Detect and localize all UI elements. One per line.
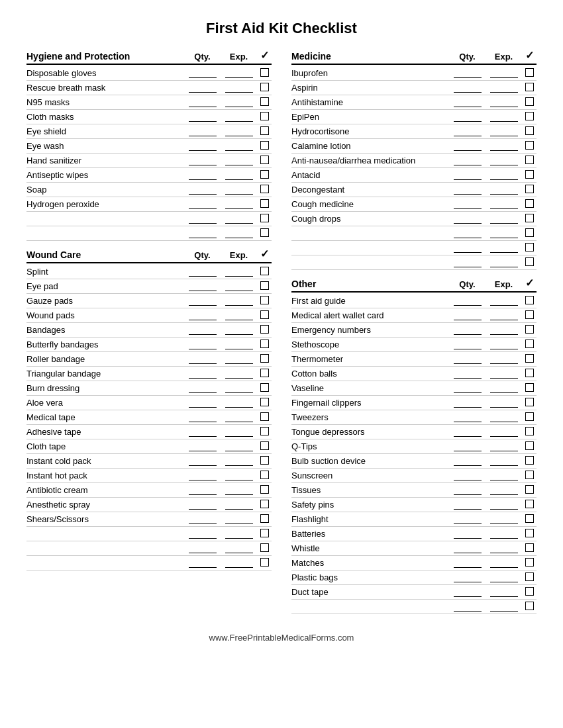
check-cell[interactable] xyxy=(257,199,272,210)
checkbox[interactable] xyxy=(525,310,534,319)
checkbox[interactable] xyxy=(525,456,534,465)
checkbox[interactable] xyxy=(260,325,269,334)
check-cell[interactable] xyxy=(257,267,272,277)
checkbox[interactable] xyxy=(525,427,534,435)
checkbox[interactable] xyxy=(525,141,534,150)
checkbox[interactable] xyxy=(525,83,534,91)
check-cell[interactable] xyxy=(257,456,272,467)
checkbox[interactable] xyxy=(525,126,534,135)
check-cell[interactable] xyxy=(522,243,537,253)
check-cell[interactable] xyxy=(257,369,272,379)
check-cell[interactable] xyxy=(522,500,537,510)
checkbox[interactable] xyxy=(260,398,269,406)
check-cell[interactable] xyxy=(257,310,272,321)
checkbox[interactable] xyxy=(525,602,534,610)
check-cell[interactable] xyxy=(522,126,537,137)
checkbox[interactable] xyxy=(260,267,269,275)
checkbox[interactable] xyxy=(260,427,269,435)
checkbox[interactable] xyxy=(260,471,269,479)
checkbox[interactable] xyxy=(525,558,534,567)
check-cell[interactable] xyxy=(257,427,272,437)
check-cell[interactable] xyxy=(522,427,537,437)
checkbox[interactable] xyxy=(525,170,534,179)
checkbox[interactable] xyxy=(260,214,269,222)
check-cell[interactable] xyxy=(522,296,537,306)
check-cell[interactable] xyxy=(257,529,272,539)
checkbox[interactable] xyxy=(525,529,534,537)
check-cell[interactable] xyxy=(522,156,537,166)
check-cell[interactable] xyxy=(257,214,272,224)
checkbox[interactable] xyxy=(525,156,534,164)
checkbox[interactable] xyxy=(525,485,534,494)
check-cell[interactable] xyxy=(257,558,272,569)
checkbox[interactable] xyxy=(525,398,534,406)
checkbox[interactable] xyxy=(525,185,534,193)
check-cell[interactable] xyxy=(522,456,537,467)
checkbox[interactable] xyxy=(260,156,269,164)
checkbox[interactable] xyxy=(525,572,534,581)
check-cell[interactable] xyxy=(257,471,272,481)
check-cell[interactable] xyxy=(257,97,272,108)
check-cell[interactable] xyxy=(522,412,537,423)
checkbox[interactable] xyxy=(525,587,534,596)
check-cell[interactable] xyxy=(522,112,537,122)
check-cell[interactable] xyxy=(522,214,537,224)
checkbox[interactable] xyxy=(260,369,269,377)
check-cell[interactable] xyxy=(257,354,272,365)
check-cell[interactable] xyxy=(522,257,537,268)
check-cell[interactable] xyxy=(522,310,537,321)
check-cell[interactable] xyxy=(522,471,537,481)
checkbox[interactable] xyxy=(260,199,269,208)
checkbox[interactable] xyxy=(525,471,534,479)
check-cell[interactable] xyxy=(522,558,537,569)
check-cell[interactable] xyxy=(257,68,272,79)
check-cell[interactable] xyxy=(257,383,272,394)
check-cell[interactable] xyxy=(257,141,272,152)
checkbox[interactable] xyxy=(525,383,534,392)
check-cell[interactable] xyxy=(522,185,537,195)
check-cell[interactable] xyxy=(257,514,272,525)
checkbox[interactable] xyxy=(260,340,269,348)
checkbox[interactable] xyxy=(525,257,534,266)
checkbox[interactable] xyxy=(525,325,534,334)
check-cell[interactable] xyxy=(257,281,272,292)
checkbox[interactable] xyxy=(525,354,534,363)
checkbox[interactable] xyxy=(260,141,269,150)
checkbox[interactable] xyxy=(525,68,534,77)
checkbox[interactable] xyxy=(260,126,269,135)
check-cell[interactable] xyxy=(257,485,272,496)
check-cell[interactable] xyxy=(257,441,272,452)
check-cell[interactable] xyxy=(522,587,537,598)
checkbox[interactable] xyxy=(260,485,269,494)
check-cell[interactable] xyxy=(522,170,537,181)
checkbox[interactable] xyxy=(260,456,269,465)
check-cell[interactable] xyxy=(522,514,537,525)
check-cell[interactable] xyxy=(257,296,272,306)
checkbox[interactable] xyxy=(260,296,269,304)
check-cell[interactable] xyxy=(522,441,537,452)
check-cell[interactable] xyxy=(522,602,537,612)
checkbox[interactable] xyxy=(260,68,269,77)
checkbox[interactable] xyxy=(260,83,269,91)
checkbox[interactable] xyxy=(525,112,534,120)
checkbox[interactable] xyxy=(260,97,269,106)
check-cell[interactable] xyxy=(257,398,272,408)
checkbox[interactable] xyxy=(525,296,534,304)
checkbox[interactable] xyxy=(525,214,534,222)
check-cell[interactable] xyxy=(257,185,272,195)
check-cell[interactable] xyxy=(522,340,537,350)
checkbox[interactable] xyxy=(260,281,269,290)
check-cell[interactable] xyxy=(522,68,537,79)
check-cell[interactable] xyxy=(257,412,272,423)
check-cell[interactable] xyxy=(522,325,537,336)
check-cell[interactable] xyxy=(522,529,537,539)
checkbox[interactable] xyxy=(525,199,534,208)
checkbox[interactable] xyxy=(525,228,534,237)
checkbox[interactable] xyxy=(525,97,534,106)
check-cell[interactable] xyxy=(257,325,272,336)
checkbox[interactable] xyxy=(525,543,534,552)
check-cell[interactable] xyxy=(522,83,537,93)
checkbox[interactable] xyxy=(525,441,534,450)
checkbox[interactable] xyxy=(260,383,269,392)
check-cell[interactable] xyxy=(522,141,537,152)
